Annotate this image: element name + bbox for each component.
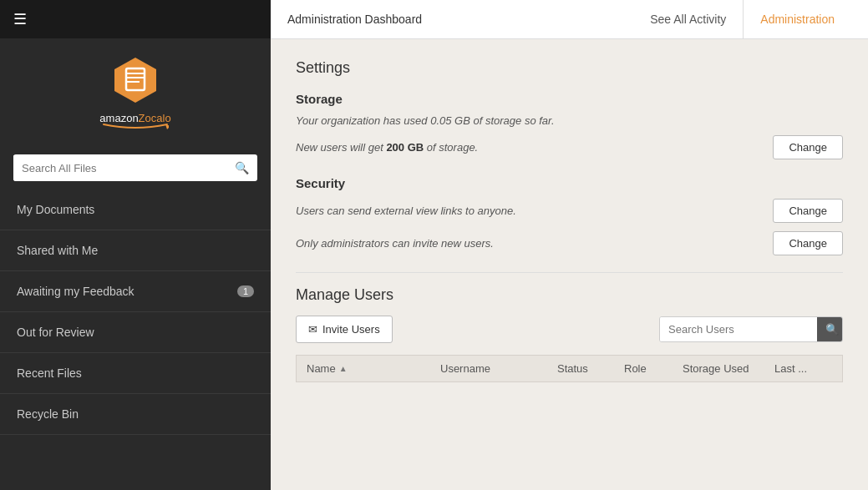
svg-marker-0 bbox=[114, 58, 156, 103]
sidebar-item-awaiting-feedback[interactable]: Awaiting my Feedback 1 bbox=[0, 271, 271, 312]
smile-icon bbox=[102, 123, 169, 129]
sidebar-item-shared-with-me[interactable]: Shared with Me bbox=[0, 230, 271, 271]
awaiting-feedback-badge: 1 bbox=[237, 285, 254, 297]
manage-users-title: Manage Users bbox=[296, 286, 843, 304]
sidebar-item-label: Awaiting my Feedback bbox=[17, 285, 135, 298]
security-row2: Only administrators can invite new users… bbox=[296, 231, 843, 255]
user-search-input[interactable] bbox=[660, 317, 817, 341]
sort-arrow-icon: ▲ bbox=[339, 364, 348, 373]
col-last[interactable]: Last ... bbox=[764, 362, 842, 375]
sidebar-item-label: Recent Files bbox=[17, 366, 82, 380]
security-change-button-2[interactable]: Change bbox=[773, 231, 843, 255]
security-section: Security Users can send external view li… bbox=[296, 176, 843, 255]
col-storage-used[interactable]: Storage Used bbox=[673, 362, 764, 375]
nav-items: My Documents Shared with Me Awaiting my … bbox=[0, 189, 271, 490]
see-all-activity-link[interactable]: See All Activity bbox=[633, 0, 744, 38]
settings-title: Settings bbox=[296, 59, 843, 77]
search-box: 🔍 bbox=[13, 154, 257, 181]
security-change-button-1[interactable]: Change bbox=[773, 199, 843, 223]
user-search-icon: 🔍 bbox=[825, 323, 839, 336]
search-button[interactable]: 🔍 bbox=[226, 154, 257, 181]
col-username-label: Username bbox=[440, 362, 490, 375]
invite-icon: ✉ bbox=[308, 323, 317, 336]
sidebar: ☰ amazonZocalo 🔍 My Documents bbox=[0, 0, 271, 490]
manage-users-toolbar: ✉ Invite Users 🔍 bbox=[296, 316, 843, 343]
storage-change-button[interactable]: Change bbox=[773, 135, 843, 159]
storage-section: Storage Your organization has used 0.05 … bbox=[296, 92, 843, 159]
sidebar-item-recent-files[interactable]: Recent Files bbox=[0, 353, 271, 394]
page-title: Administration Dashboard bbox=[287, 13, 633, 26]
sidebar-item-label: Shared with Me bbox=[17, 244, 98, 257]
table-header: Name ▲ Username Status Role Storage Used… bbox=[296, 355, 843, 382]
section-divider bbox=[296, 272, 843, 273]
hamburger-icon[interactable]: ☰ bbox=[13, 10, 27, 28]
sidebar-item-my-documents[interactable]: My Documents bbox=[0, 189, 271, 230]
sidebar-item-label: Recycle Bin bbox=[17, 407, 79, 421]
user-search-button[interactable]: 🔍 bbox=[817, 317, 843, 341]
col-role-label: Role bbox=[624, 362, 647, 375]
storage-new-users-text: New users will get 200 GB of storage. bbox=[296, 141, 478, 154]
sidebar-item-recycle-bin[interactable]: Recycle Bin bbox=[0, 394, 271, 435]
storage-description: Your organization has used 0.05 GB of st… bbox=[296, 114, 555, 127]
administration-tab[interactable]: Administration bbox=[744, 0, 851, 38]
security-title: Security bbox=[296, 176, 843, 190]
search-input[interactable] bbox=[13, 155, 226, 181]
svg-marker-5 bbox=[165, 124, 169, 129]
col-name-label: Name bbox=[307, 362, 336, 375]
storage-title: Storage bbox=[296, 92, 843, 106]
col-username[interactable]: Username bbox=[430, 362, 547, 375]
col-status-label: Status bbox=[557, 362, 588, 375]
security-row1-text: Users can send external view links to an… bbox=[296, 205, 516, 217]
invite-label: Invite Users bbox=[322, 323, 380, 336]
col-status[interactable]: Status bbox=[547, 362, 614, 375]
content-area: Settings Storage Your organization has u… bbox=[271, 39, 868, 490]
search-container: 🔍 bbox=[0, 146, 271, 189]
top-bar: Administration Dashboard See All Activit… bbox=[271, 0, 868, 39]
sidebar-item-label: Out for Review bbox=[17, 326, 94, 339]
security-row2-text: Only administrators can invite new users… bbox=[296, 237, 494, 250]
logo-area: amazonZocalo bbox=[0, 38, 271, 146]
logo-hex-icon bbox=[110, 55, 160, 105]
storage-change-row: New users will get 200 GB of storage. Ch… bbox=[296, 135, 843, 159]
col-name[interactable]: Name ▲ bbox=[297, 362, 430, 375]
col-role[interactable]: Role bbox=[614, 362, 673, 375]
security-row1: Users can send external view links to an… bbox=[296, 199, 843, 223]
storage-description-row: Your organization has used 0.05 GB of st… bbox=[296, 114, 843, 127]
search-icon: 🔍 bbox=[235, 161, 249, 174]
col-last-label: Last ... bbox=[774, 362, 807, 375]
col-storage-label: Storage Used bbox=[683, 362, 749, 375]
main-content: Administration Dashboard See All Activit… bbox=[271, 0, 868, 490]
sidebar-item-out-for-review[interactable]: Out for Review bbox=[0, 312, 271, 353]
manage-users-section: Manage Users ✉ Invite Users 🔍 Name ▲ bbox=[296, 286, 843, 382]
invite-users-button[interactable]: ✉ Invite Users bbox=[296, 316, 393, 343]
user-search-box: 🔍 bbox=[659, 316, 843, 342]
sidebar-item-label: My Documents bbox=[17, 203, 94, 216]
sidebar-header: ☰ bbox=[0, 0, 271, 38]
